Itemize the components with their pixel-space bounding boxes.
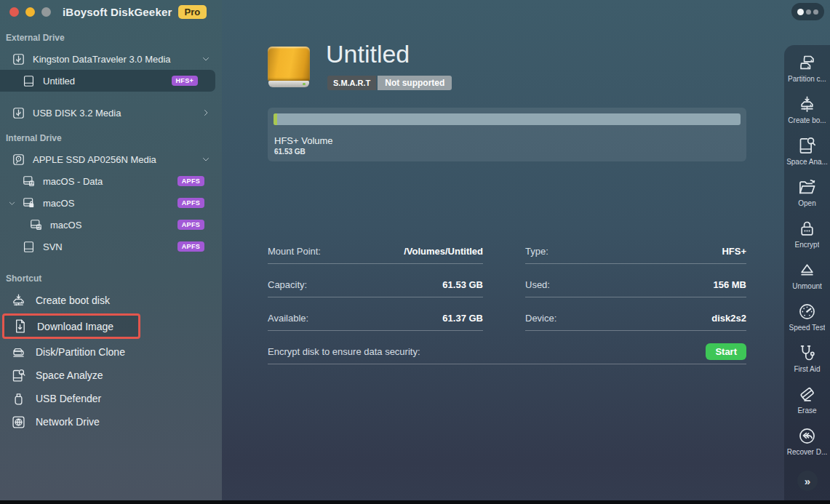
volume-group-icon xyxy=(22,175,36,188)
shortcut-label: Download Image xyxy=(37,321,113,332)
info-label: Available: xyxy=(268,313,308,324)
toolbar-item-encrypt[interactable]: Encrypt xyxy=(784,219,830,260)
smart-status: S.M.A.R.T Not supported xyxy=(327,76,452,90)
info-label: Mount Point: xyxy=(268,246,321,257)
internal-disk-icon xyxy=(12,153,25,167)
drive-label: Kingston DataTraveler 3.0 Media xyxy=(33,54,171,65)
toolbar-item-first-aid[interactable]: First Aid xyxy=(784,343,830,385)
sidebar-item-macos-data-volume[interactable]: macOS - Data APFS xyxy=(0,170,222,192)
minimize-window-button[interactable] xyxy=(25,7,35,17)
shortcut-label: Disk/Partition Clone xyxy=(36,346,125,358)
diskgeeker-window: iBoysoft DiskGeeker Pro External Drive K… xyxy=(0,0,830,504)
sidebar-item-svn-volume[interactable]: SVN APFS xyxy=(0,236,222,257)
shortcut-usb-defender[interactable]: USB Defender xyxy=(0,387,222,410)
section-header-external-drive: External Drive xyxy=(0,23,222,48)
eject-icon xyxy=(797,260,817,280)
toolbar-item-space-analyze[interactable]: Space Ana... xyxy=(784,136,830,177)
info-available: Available: 61.37 GB xyxy=(268,306,483,331)
toolbar-item-unmount[interactable]: Unmount xyxy=(784,260,830,302)
boot-disk-icon xyxy=(11,293,26,308)
toolbar-label: Unmount xyxy=(792,282,822,290)
info-mount-point: Mount Point: /Volumes/Untitled xyxy=(268,239,483,264)
volume-label: macOS - Data xyxy=(43,176,103,187)
toolbar-expand-button[interactable]: » xyxy=(797,471,818,491)
chevron-down-icon[interactable] xyxy=(201,155,210,164)
download-image-icon xyxy=(12,319,28,334)
lock-icon xyxy=(797,219,817,239)
sidebar-item-usb-disk-drive[interactable]: USB DISK 3.2 Media xyxy=(0,102,222,124)
page-title: Untitled xyxy=(326,40,410,68)
volume-name: HFS+ Volume xyxy=(274,135,333,146)
volume-label: Untitled xyxy=(43,76,75,87)
volume-icon xyxy=(22,240,36,254)
sidebar-item-kingston-drive[interactable]: Kingston DataTraveler 3.0 Media xyxy=(0,48,222,70)
dot-icon xyxy=(797,9,804,15)
app-title: iBoysoft DiskGeeker xyxy=(63,6,172,18)
volume-label: macOS xyxy=(43,198,74,209)
info-label: Used: xyxy=(525,279,550,290)
sidebar: iBoysoft DiskGeeker Pro External Drive K… xyxy=(0,0,222,500)
volume-usage-panel[interactable]: HFS+ Volume 61.53 GB xyxy=(268,108,746,161)
shortcut-disk-partition-clone[interactable]: Disk/Partition Clone xyxy=(0,340,222,364)
bottom-edge-bar xyxy=(0,500,830,504)
toolbar-item-partition-clone[interactable]: Partition c... xyxy=(784,53,830,95)
toolbar-label: Create bo... xyxy=(788,116,826,124)
volume-label: macOS xyxy=(50,220,81,231)
toolbar-item-create-boot[interactable]: Create bo... xyxy=(784,95,830,136)
shortcut-space-analyze[interactable]: Space Analyze xyxy=(0,364,222,387)
info-used: Used: 156 MB xyxy=(525,273,746,297)
toolbar-label: First Aid xyxy=(794,365,820,373)
smart-value-badge: Not supported xyxy=(378,76,452,90)
locked-volume-icon xyxy=(22,196,36,210)
capacity-bar xyxy=(274,113,741,125)
info-value: 61.37 GB xyxy=(442,313,483,324)
smart-label: S.M.A.R.T xyxy=(327,76,376,90)
drive-led xyxy=(303,83,306,85)
volume-group-icon xyxy=(29,218,43,232)
disk-info-grid: Mount Point: /Volumes/Untitled Type: HFS… xyxy=(268,239,746,364)
space-analyze-icon xyxy=(797,136,817,156)
sidebar-item-macos-child-volume[interactable]: macOS APFS xyxy=(0,214,222,236)
toolbar-label: Partition c... xyxy=(788,75,826,83)
info-value: 61.53 GB xyxy=(442,279,483,290)
shortcut-label: Create boot disk xyxy=(36,295,110,306)
start-encrypt-button[interactable]: Start xyxy=(706,343,746,360)
chevron-right-icon[interactable] xyxy=(201,108,210,117)
shortcut-create-boot-disk[interactable]: Create boot disk xyxy=(0,289,222,312)
chevron-down-icon[interactable] xyxy=(8,199,16,207)
toolbar-item-open[interactable]: Open xyxy=(784,177,830,219)
toolbar-label: Speed Test xyxy=(789,324,826,332)
shortcut-download-image[interactable]: Download Image xyxy=(2,313,140,339)
info-device: Device: disk2s2 xyxy=(525,306,746,331)
shortcut-network-drive[interactable]: Network Drive xyxy=(0,410,222,433)
toolbar-label: Recover D... xyxy=(787,448,828,456)
disk-clone-icon xyxy=(11,345,26,360)
toolbar-label: Space Ana... xyxy=(786,158,828,166)
used-space-bar xyxy=(274,113,277,125)
sidebar-item-apple-ssd-drive[interactable]: APPLE SSD AP0256N Media xyxy=(0,148,222,170)
toolbar-item-recover-data[interactable]: Recover D... xyxy=(784,426,830,468)
zoom-window-button[interactable] xyxy=(41,7,51,17)
chevron-down-icon[interactable] xyxy=(201,55,210,63)
right-toolbar: Partition c... Create bo... Space Ana...… xyxy=(784,45,830,504)
more-options-pill[interactable] xyxy=(791,3,824,20)
toolbar-item-speed-test[interactable]: Speed Test xyxy=(784,302,830,343)
title-bar: iBoysoft DiskGeeker Pro xyxy=(0,0,222,23)
sidebar-item-macos-volume[interactable]: macOS APFS xyxy=(0,192,222,214)
eraser-icon xyxy=(797,385,817,404)
speedometer-icon xyxy=(797,302,817,321)
main-content: Untitled S.M.A.R.T Not supported HFS+ Vo… xyxy=(222,0,830,500)
toolbar-item-erase[interactable]: Erase xyxy=(784,385,830,426)
shortcut-label: USB Defender xyxy=(36,393,101,404)
info-value: disk2s2 xyxy=(711,313,746,324)
recover-icon xyxy=(797,426,817,446)
usb-drive-icon xyxy=(12,106,25,120)
filesystem-badge: APFS xyxy=(177,198,204,208)
section-header-internal-drive: Internal Drive xyxy=(0,124,222,148)
usb-defender-icon xyxy=(11,391,26,407)
usb-drive-icon xyxy=(12,52,25,66)
close-window-button[interactable] xyxy=(9,7,19,17)
drive-label: USB DISK 3.2 Media xyxy=(33,108,121,119)
info-label: Capacity: xyxy=(268,279,307,290)
sidebar-item-untitled-volume[interactable]: Untitled HFS+ xyxy=(0,70,215,92)
